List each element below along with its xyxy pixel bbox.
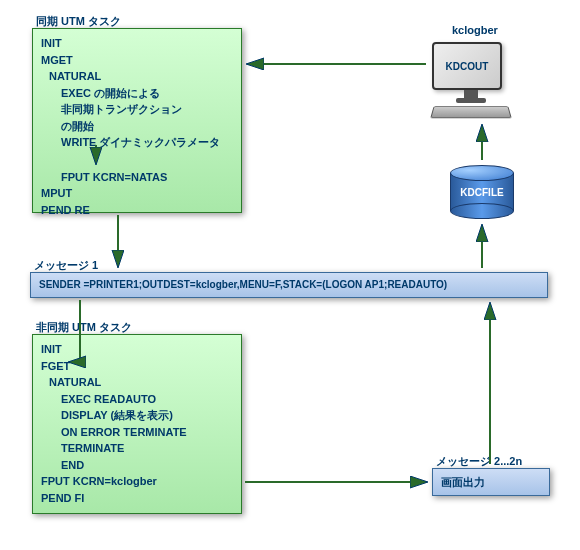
async-l9: FPUT KCRN=kclogber: [41, 473, 233, 490]
kdcfile-cylinder: KDCFILE: [450, 165, 514, 219]
sync-l10: PEND RE: [41, 202, 233, 219]
async-task-box: INIT FGET NATURAL EXEC READAUTO DISPLAY …: [32, 334, 242, 514]
terminal-label: kclogber: [452, 24, 498, 36]
sync-l9: MPUT: [41, 185, 233, 202]
sync-l3: NATURAL: [49, 68, 233, 85]
async-l4: EXEC READAUTO: [61, 391, 233, 408]
msg2-title: メッセージ 2...2n: [436, 454, 522, 469]
async-task-title: 非同期 UTM タスク: [36, 320, 132, 335]
sync-l1: INIT: [41, 35, 233, 52]
async-l5: DISPLAY (結果を表示): [61, 407, 233, 424]
msg1-box: SENDER =PRINTER1;OUTDEST=kclogber,MENU=F…: [30, 272, 548, 298]
msg2-box: 画面出力: [432, 468, 550, 496]
async-l2: FGET: [41, 358, 233, 375]
async-l3: NATURAL: [49, 374, 233, 391]
sync-l7: WRITE ダイナミックパラメータ: [61, 134, 233, 151]
async-l6: ON ERROR TERMINATE: [61, 424, 233, 441]
sync-task-box: INIT MGET NATURAL EXEC の開始による 非同期トランザクショ…: [32, 28, 242, 213]
terminal-screen-label: KDCOUT: [432, 42, 502, 90]
sync-l4: EXEC の開始による: [61, 85, 233, 102]
async-l7: TERMINATE: [61, 440, 233, 457]
sync-l8: FPUT KCRN=NATAS: [61, 169, 233, 186]
sync-l5: 非同期トランザクション: [61, 101, 233, 118]
terminal-icon: KDCOUT: [432, 42, 510, 119]
async-l10: PEND FI: [41, 490, 233, 507]
sync-l6: の開始: [61, 118, 233, 135]
async-l8: END: [61, 457, 233, 474]
async-l1: INIT: [41, 341, 233, 358]
msg1-text: SENDER =PRINTER1;OUTDEST=kclogber,MENU=F…: [39, 279, 447, 290]
sync-task-title: 同期 UTM タスク: [36, 14, 121, 29]
msg2-text: 画面出力: [441, 474, 485, 491]
kdcfile-label: KDCFILE: [450, 187, 514, 198]
sync-l2: MGET: [41, 52, 233, 69]
msg1-title: メッセージ 1: [34, 258, 98, 273]
